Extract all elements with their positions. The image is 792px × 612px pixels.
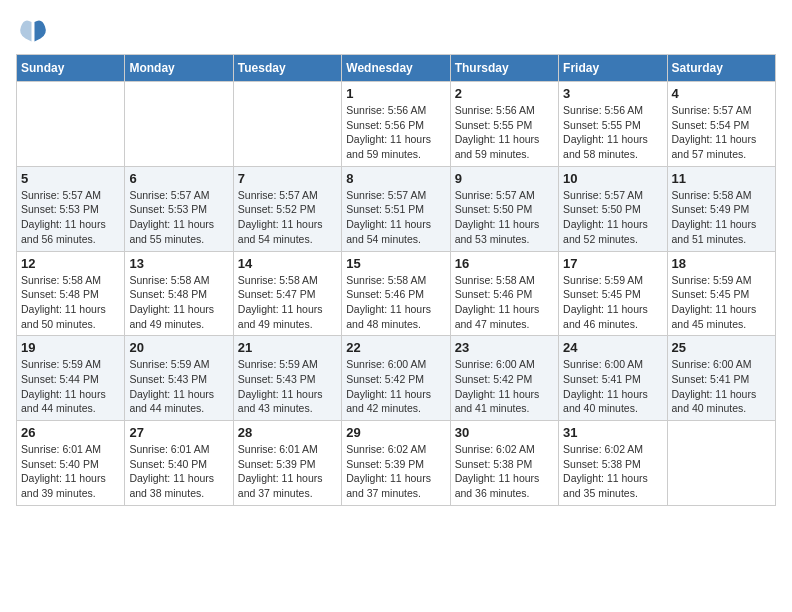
calendar-cell: 4Sunrise: 5:57 AMSunset: 5:54 PMDaylight…: [667, 82, 775, 167]
column-header-thursday: Thursday: [450, 55, 558, 82]
calendar-week-row: 26Sunrise: 6:01 AMSunset: 5:40 PMDayligh…: [17, 421, 776, 506]
calendar-cell: 3Sunrise: 5:56 AMSunset: 5:55 PMDaylight…: [559, 82, 667, 167]
day-number: 4: [672, 86, 771, 101]
calendar-cell: 5Sunrise: 5:57 AMSunset: 5:53 PMDaylight…: [17, 166, 125, 251]
column-header-friday: Friday: [559, 55, 667, 82]
calendar-week-row: 12Sunrise: 5:58 AMSunset: 5:48 PMDayligh…: [17, 251, 776, 336]
calendar-cell: [17, 82, 125, 167]
column-header-sunday: Sunday: [17, 55, 125, 82]
day-info: Sunrise: 5:59 AMSunset: 5:43 PMDaylight:…: [129, 357, 228, 416]
day-number: 26: [21, 425, 120, 440]
day-info: Sunrise: 6:02 AMSunset: 5:38 PMDaylight:…: [563, 442, 662, 501]
day-info: Sunrise: 6:02 AMSunset: 5:38 PMDaylight:…: [455, 442, 554, 501]
day-info: Sunrise: 5:59 AMSunset: 5:43 PMDaylight:…: [238, 357, 337, 416]
day-number: 22: [346, 340, 445, 355]
calendar-cell: [667, 421, 775, 506]
calendar-cell: 17Sunrise: 5:59 AMSunset: 5:45 PMDayligh…: [559, 251, 667, 336]
calendar-cell: 24Sunrise: 6:00 AMSunset: 5:41 PMDayligh…: [559, 336, 667, 421]
calendar-cell: 13Sunrise: 5:58 AMSunset: 5:48 PMDayligh…: [125, 251, 233, 336]
day-info: Sunrise: 5:57 AMSunset: 5:54 PMDaylight:…: [672, 103, 771, 162]
day-info: Sunrise: 6:02 AMSunset: 5:39 PMDaylight:…: [346, 442, 445, 501]
calendar-header-row: SundayMondayTuesdayWednesdayThursdayFrid…: [17, 55, 776, 82]
calendar-cell: [125, 82, 233, 167]
calendar-cell: 14Sunrise: 5:58 AMSunset: 5:47 PMDayligh…: [233, 251, 341, 336]
calendar-cell: 28Sunrise: 6:01 AMSunset: 5:39 PMDayligh…: [233, 421, 341, 506]
logo-icon: [18, 16, 48, 46]
day-info: Sunrise: 6:01 AMSunset: 5:40 PMDaylight:…: [129, 442, 228, 501]
day-info: Sunrise: 5:59 AMSunset: 5:45 PMDaylight:…: [563, 273, 662, 332]
day-info: Sunrise: 5:57 AMSunset: 5:50 PMDaylight:…: [455, 188, 554, 247]
day-info: Sunrise: 5:58 AMSunset: 5:48 PMDaylight:…: [21, 273, 120, 332]
day-number: 19: [21, 340, 120, 355]
day-info: Sunrise: 5:56 AMSunset: 5:55 PMDaylight:…: [563, 103, 662, 162]
calendar-week-row: 5Sunrise: 5:57 AMSunset: 5:53 PMDaylight…: [17, 166, 776, 251]
day-number: 25: [672, 340, 771, 355]
day-number: 2: [455, 86, 554, 101]
day-number: 18: [672, 256, 771, 271]
calendar-cell: 23Sunrise: 6:00 AMSunset: 5:42 PMDayligh…: [450, 336, 558, 421]
day-info: Sunrise: 6:01 AMSunset: 5:39 PMDaylight:…: [238, 442, 337, 501]
day-number: 30: [455, 425, 554, 440]
day-number: 29: [346, 425, 445, 440]
calendar-cell: 6Sunrise: 5:57 AMSunset: 5:53 PMDaylight…: [125, 166, 233, 251]
day-number: 6: [129, 171, 228, 186]
calendar-cell: 25Sunrise: 6:00 AMSunset: 5:41 PMDayligh…: [667, 336, 775, 421]
calendar-cell: 21Sunrise: 5:59 AMSunset: 5:43 PMDayligh…: [233, 336, 341, 421]
calendar-cell: 22Sunrise: 6:00 AMSunset: 5:42 PMDayligh…: [342, 336, 450, 421]
calendar-cell: 19Sunrise: 5:59 AMSunset: 5:44 PMDayligh…: [17, 336, 125, 421]
calendar-cell: [233, 82, 341, 167]
logo: [16, 16, 48, 46]
calendar-cell: 29Sunrise: 6:02 AMSunset: 5:39 PMDayligh…: [342, 421, 450, 506]
page-header: [16, 16, 776, 46]
calendar-cell: 11Sunrise: 5:58 AMSunset: 5:49 PMDayligh…: [667, 166, 775, 251]
day-number: 23: [455, 340, 554, 355]
column-header-monday: Monday: [125, 55, 233, 82]
day-info: Sunrise: 5:56 AMSunset: 5:56 PMDaylight:…: [346, 103, 445, 162]
calendar-cell: 2Sunrise: 5:56 AMSunset: 5:55 PMDaylight…: [450, 82, 558, 167]
day-info: Sunrise: 6:01 AMSunset: 5:40 PMDaylight:…: [21, 442, 120, 501]
calendar-cell: 31Sunrise: 6:02 AMSunset: 5:38 PMDayligh…: [559, 421, 667, 506]
day-number: 12: [21, 256, 120, 271]
day-number: 17: [563, 256, 662, 271]
day-number: 5: [21, 171, 120, 186]
day-info: Sunrise: 6:00 AMSunset: 5:41 PMDaylight:…: [563, 357, 662, 416]
day-info: Sunrise: 5:58 AMSunset: 5:49 PMDaylight:…: [672, 188, 771, 247]
calendar-cell: 18Sunrise: 5:59 AMSunset: 5:45 PMDayligh…: [667, 251, 775, 336]
day-number: 31: [563, 425, 662, 440]
calendar-cell: 7Sunrise: 5:57 AMSunset: 5:52 PMDaylight…: [233, 166, 341, 251]
day-number: 21: [238, 340, 337, 355]
day-info: Sunrise: 5:59 AMSunset: 5:44 PMDaylight:…: [21, 357, 120, 416]
day-number: 15: [346, 256, 445, 271]
day-info: Sunrise: 6:00 AMSunset: 5:42 PMDaylight:…: [346, 357, 445, 416]
day-number: 27: [129, 425, 228, 440]
calendar-week-row: 1Sunrise: 5:56 AMSunset: 5:56 PMDaylight…: [17, 82, 776, 167]
calendar-table: SundayMondayTuesdayWednesdayThursdayFrid…: [16, 54, 776, 506]
calendar-cell: 9Sunrise: 5:57 AMSunset: 5:50 PMDaylight…: [450, 166, 558, 251]
day-number: 3: [563, 86, 662, 101]
day-info: Sunrise: 5:59 AMSunset: 5:45 PMDaylight:…: [672, 273, 771, 332]
day-number: 11: [672, 171, 771, 186]
day-info: Sunrise: 5:57 AMSunset: 5:51 PMDaylight:…: [346, 188, 445, 247]
day-number: 9: [455, 171, 554, 186]
day-number: 1: [346, 86, 445, 101]
day-info: Sunrise: 5:57 AMSunset: 5:50 PMDaylight:…: [563, 188, 662, 247]
calendar-cell: 20Sunrise: 5:59 AMSunset: 5:43 PMDayligh…: [125, 336, 233, 421]
day-number: 7: [238, 171, 337, 186]
day-number: 20: [129, 340, 228, 355]
day-info: Sunrise: 5:57 AMSunset: 5:53 PMDaylight:…: [129, 188, 228, 247]
calendar-week-row: 19Sunrise: 5:59 AMSunset: 5:44 PMDayligh…: [17, 336, 776, 421]
day-number: 16: [455, 256, 554, 271]
day-info: Sunrise: 5:57 AMSunset: 5:53 PMDaylight:…: [21, 188, 120, 247]
day-info: Sunrise: 5:58 AMSunset: 5:46 PMDaylight:…: [346, 273, 445, 332]
day-info: Sunrise: 5:58 AMSunset: 5:48 PMDaylight:…: [129, 273, 228, 332]
day-number: 24: [563, 340, 662, 355]
calendar-cell: 26Sunrise: 6:01 AMSunset: 5:40 PMDayligh…: [17, 421, 125, 506]
column-header-wednesday: Wednesday: [342, 55, 450, 82]
day-number: 14: [238, 256, 337, 271]
column-header-tuesday: Tuesday: [233, 55, 341, 82]
calendar-cell: 27Sunrise: 6:01 AMSunset: 5:40 PMDayligh…: [125, 421, 233, 506]
calendar-cell: 1Sunrise: 5:56 AMSunset: 5:56 PMDaylight…: [342, 82, 450, 167]
calendar-cell: 12Sunrise: 5:58 AMSunset: 5:48 PMDayligh…: [17, 251, 125, 336]
calendar-cell: 30Sunrise: 6:02 AMSunset: 5:38 PMDayligh…: [450, 421, 558, 506]
day-info: Sunrise: 5:58 AMSunset: 5:47 PMDaylight:…: [238, 273, 337, 332]
